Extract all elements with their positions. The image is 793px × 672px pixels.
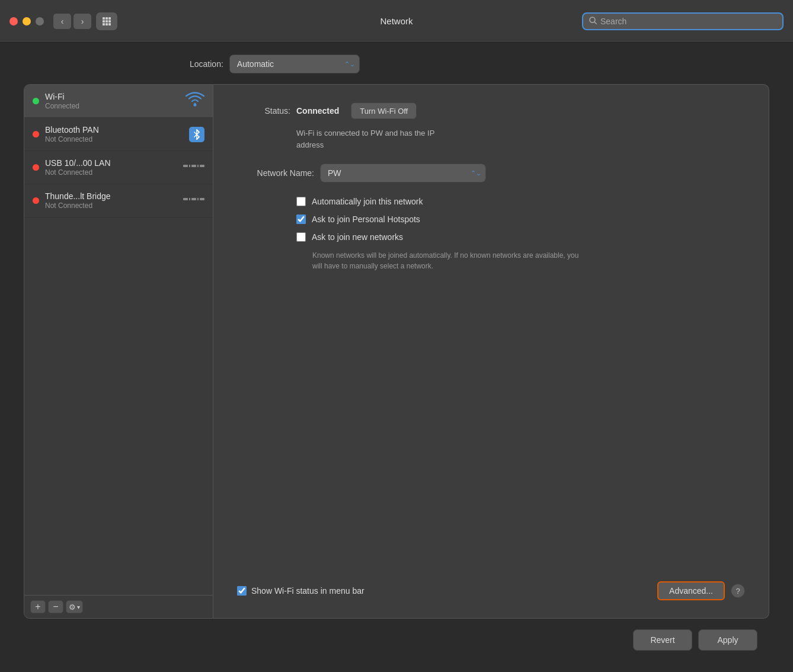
svg-rect-15	[189, 165, 190, 167]
apply-button[interactable]: Apply	[698, 629, 757, 651]
network-name-select[interactable]: PW	[320, 164, 486, 183]
search-box	[582, 12, 784, 30]
usb-lan-icon	[183, 160, 204, 175]
personal-hotspot-label: Ask to join Personal Hotspots	[312, 215, 420, 224]
svg-rect-14	[183, 165, 188, 167]
search-icon	[589, 17, 597, 26]
grid-button[interactable]	[96, 12, 117, 30]
network-select-wrapper: PW	[320, 164, 486, 183]
add-network-button[interactable]: +	[30, 600, 46, 613]
sidebar-item-thunderbolt[interactable]: Thunde...lt Bridge Not Connected	[24, 184, 213, 217]
body-panel: Wi-Fi Connected	[24, 84, 769, 619]
gear-button[interactable]: ⚙ ▾	[66, 600, 83, 613]
sidebar-item-wifi-name: Wi-Fi	[45, 92, 181, 101]
advanced-button[interactable]: Advanced...	[657, 581, 725, 600]
new-networks-checkbox[interactable]	[296, 232, 306, 242]
svg-rect-7	[105, 23, 108, 25]
svg-rect-18	[200, 165, 204, 167]
sidebar: Wi-Fi Connected	[24, 84, 213, 619]
status-label: Status:	[237, 106, 290, 116]
svg-rect-5	[108, 20, 111, 23]
wifi-icon	[186, 92, 204, 110]
location-select-wrapper: Automatic Edit Locations...	[229, 55, 360, 73]
titlebar: ‹ › Network	[0, 0, 793, 43]
auto-join-label: Automatically join this network	[312, 197, 423, 206]
turn-wifi-off-button[interactable]: Turn Wi-Fi Off	[351, 103, 417, 119]
svg-rect-8	[108, 23, 111, 25]
sidebar-item-usb-name: USB 10/...00 LAN	[45, 158, 178, 168]
network-name-label: Network Name:	[237, 168, 314, 178]
checkbox-note: Known networks will be joined automatica…	[312, 250, 585, 271]
back-button[interactable]: ‹	[53, 14, 71, 29]
remove-network-button[interactable]: −	[48, 600, 63, 613]
window-title: Network	[380, 16, 413, 26]
show-wifi-checkbox[interactable]	[237, 586, 247, 596]
auto-join-checkbox[interactable]	[296, 197, 306, 206]
checkbox-new-networks-row: Ask to join new networks	[296, 232, 745, 242]
sidebar-item-usb-lan[interactable]: USB 10/...00 LAN Not Connected	[24, 151, 213, 184]
detail-panel: Status: Connected Turn Wi-Fi Off Wi-Fi i…	[213, 84, 769, 619]
svg-rect-6	[103, 23, 105, 25]
status-value: Connected	[296, 106, 339, 116]
location-label: Location:	[190, 59, 223, 69]
maximize-button[interactable]	[36, 17, 44, 25]
svg-point-11	[194, 104, 197, 107]
svg-rect-21	[191, 198, 196, 200]
sidebar-item-bluetooth-name: Bluetooth PAN	[45, 125, 184, 135]
svg-line-10	[594, 22, 597, 24]
new-networks-label: Ask to join new networks	[312, 232, 403, 242]
location-select[interactable]: Automatic Edit Locations...	[229, 55, 360, 73]
revert-button[interactable]: Revert	[633, 629, 692, 651]
svg-rect-22	[197, 198, 199, 200]
search-input[interactable]	[600, 17, 776, 26]
status-dot-wifi	[33, 98, 39, 104]
nav-buttons: ‹ ›	[53, 14, 91, 29]
svg-rect-23	[200, 198, 204, 200]
svg-rect-0	[103, 17, 105, 20]
checkbox-auto-join-row: Automatically join this network	[296, 197, 745, 206]
status-dot-thunderbolt	[33, 197, 39, 204]
main-content: Location: Automatic Edit Locations... Wi…	[0, 43, 793, 672]
status-dot-bluetooth	[33, 131, 39, 137]
close-button[interactable]	[9, 17, 18, 25]
help-button[interactable]: ?	[731, 584, 745, 598]
thunderbolt-icon	[183, 193, 204, 208]
sidebar-list: Wi-Fi Connected	[24, 85, 213, 595]
svg-rect-20	[189, 198, 190, 200]
svg-rect-17	[197, 165, 199, 167]
personal-hotspot-checkbox[interactable]	[296, 215, 306, 224]
svg-rect-2	[108, 17, 111, 20]
sidebar-item-thunderbolt-status: Not Connected	[45, 201, 178, 210]
checkbox-personal-hotspot-row: Ask to join Personal Hotspots	[296, 215, 745, 224]
svg-rect-19	[183, 198, 188, 200]
sidebar-item-wifi[interactable]: Wi-Fi Connected	[24, 85, 213, 118]
show-wifi-label: Show Wi-Fi status in menu bar	[251, 586, 364, 596]
svg-rect-4	[105, 20, 108, 23]
bluetooth-icon	[189, 127, 204, 142]
svg-rect-1	[105, 17, 108, 20]
svg-rect-16	[191, 165, 196, 167]
show-wifi-row: Show Wi-Fi status in menu bar	[237, 586, 364, 596]
status-dot-usb	[33, 164, 39, 171]
network-name-row: Network Name: PW	[237, 164, 745, 183]
status-description: Wi-Fi is connected to PW and has the IPa…	[296, 127, 745, 151]
bottom-controls: Show Wi-Fi status in menu bar Advanced..…	[237, 581, 745, 600]
minimize-button[interactable]	[23, 17, 31, 25]
sidebar-toolbar: + − ⚙ ▾	[24, 595, 213, 618]
traffic-lights	[9, 17, 44, 25]
sidebar-item-usb-status: Not Connected	[45, 168, 178, 177]
sidebar-item-bluetooth-status: Not Connected	[45, 135, 184, 143]
sidebar-item-wifi-status: Connected	[45, 102, 181, 110]
footer-buttons: Revert Apply	[24, 619, 769, 660]
status-row: Status: Connected Turn Wi-Fi Off	[237, 103, 745, 119]
sidebar-item-thunderbolt-name: Thunde...lt Bridge	[45, 191, 178, 201]
location-row: Location: Automatic Edit Locations...	[24, 55, 769, 73]
forward-button[interactable]: ›	[73, 14, 91, 29]
sidebar-item-bluetooth-pan[interactable]: Bluetooth PAN Not Connected	[24, 118, 213, 151]
svg-rect-3	[103, 20, 105, 23]
